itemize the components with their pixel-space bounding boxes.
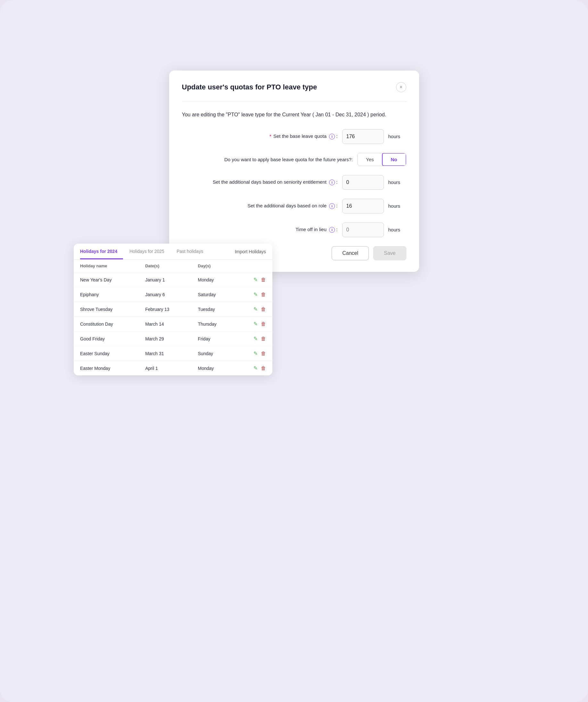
table-row: Good Friday March 29 Friday ✎ 🗑 [74,332,272,346]
col-date: Date(s) [139,260,191,272]
role-days-hours: hours [388,203,406,209]
tab-past-holidays[interactable]: Past holidays [176,244,209,259]
tab-holidays-2024[interactable]: Holidays for 2024 [80,244,123,259]
holiday-name-cell: Shrove Tuesday [74,302,139,317]
save-button[interactable]: Save [373,246,406,260]
holiday-day-cell: Monday [192,361,237,376]
edit-icon[interactable]: ✎ [254,277,258,283]
holidays-tabs: Holidays for 2024 Holidays for 2025 Past… [74,244,272,260]
future-years-row: Do you want to apply base leave quota fo… [182,153,406,166]
table-row: New Year's Day January 1 Monday ✎ 🗑 [74,272,272,287]
col-holiday-name: Holiday name [74,260,139,272]
delete-icon[interactable]: 🗑 [261,321,266,327]
future-years-label: Do you want to apply base leave quota fo… [182,157,353,162]
seniority-info-icon[interactable]: i [329,180,335,185]
table-row: Easter Monday April 1 Monday ✎ 🗑 [74,361,272,376]
seniority-hours: hours [388,180,406,185]
tab-holidays-2025[interactable]: Holidays for 2025 [129,244,170,259]
modal-header: Update user's quotas for PTO leave type … [182,82,406,92]
holidays-table-header-row: Holiday name Date(s) Day(s) [74,260,272,272]
delete-icon[interactable]: 🗑 [261,336,266,342]
holiday-day-cell: Tuesday [192,302,237,317]
holiday-actions-cell: ✎ 🗑 [237,361,272,376]
holiday-date-cell: January 1 [139,272,191,287]
holidays-table-head: Holiday name Date(s) Day(s) [74,260,272,272]
modal-description: You are editing the "PTO" leave type for… [182,111,406,119]
delete-icon[interactable]: 🗑 [261,365,266,371]
role-days-row: Set the additional days based on role i … [182,199,406,214]
holiday-day-cell: Saturday [192,287,237,302]
holidays-table: Holiday name Date(s) Day(s) New Year's D… [74,260,272,375]
time-off-lieu-row: Time off in lieu i : hours [182,222,406,237]
holiday-name-cell: Easter Monday [74,361,139,376]
base-quota-input[interactable] [342,129,384,144]
delete-icon[interactable]: 🗑 [261,277,266,283]
holiday-date-cell: March 29 [139,332,191,346]
holidays-panel: Holidays for 2024 Holidays for 2025 Past… [74,244,272,375]
time-off-lieu-hours: hours [388,227,406,232]
holiday-actions-cell: ✎ 🗑 [237,317,272,332]
holiday-actions-cell: ✎ 🗑 [237,332,272,346]
edit-icon[interactable]: ✎ [254,350,258,356]
modal-title: Update user's quotas for PTO leave type [182,83,317,91]
holiday-date-cell: March 31 [139,346,191,361]
holiday-name-cell: Easter Sunday [74,346,139,361]
holiday-actions-cell: ✎ 🗑 [237,346,272,361]
required-star: * [270,133,271,139]
holidays-table-body: New Year's Day January 1 Monday ✎ 🗑 Epip… [74,272,272,376]
table-row: Shrove Tuesday February 13 Tuesday ✎ 🗑 [74,302,272,317]
holiday-date-cell: April 1 [139,361,191,376]
modal-divider [182,101,406,102]
edit-icon[interactable]: ✎ [254,291,258,298]
edit-icon[interactable]: ✎ [254,365,258,371]
base-quota-info-icon[interactable]: i [329,134,335,139]
holiday-day-cell: Thursday [192,317,237,332]
delete-icon[interactable]: 🗑 [261,307,266,312]
holiday-name-cell: Constitution Day [74,317,139,332]
close-icon: × [400,84,403,90]
update-quota-modal: Update user's quotas for PTO leave type … [169,71,419,272]
holiday-date-cell: February 13 [139,302,191,317]
holiday-day-cell: Friday [192,332,237,346]
holiday-actions-cell: ✎ 🗑 [237,272,272,287]
cancel-button[interactable]: Cancel [332,246,369,260]
holiday-date-cell: March 14 [139,317,191,332]
role-days-input[interactable] [342,199,384,214]
holiday-name-cell: New Year's Day [74,272,139,287]
edit-icon[interactable]: ✎ [254,321,258,327]
role-days-label: Set the additional days based on role i … [182,203,338,209]
time-off-lieu-input[interactable] [342,222,384,237]
time-off-lieu-label: Time off in lieu i : [182,227,338,233]
base-quota-label: * Set the base leave quota i : [182,133,338,139]
edit-icon[interactable]: ✎ [254,336,258,342]
page-container: Update user's quotas for PTO leave type … [0,0,588,702]
future-years-toggle: Yes No [357,153,406,166]
delete-icon[interactable]: 🗑 [261,292,266,298]
import-holidays-button[interactable]: Import Holidays [235,249,266,254]
seniority-input[interactable] [342,175,384,190]
close-button[interactable]: × [396,82,406,92]
table-row: Constitution Day March 14 Thursday ✎ 🗑 [74,317,272,332]
delete-icon[interactable]: 🗑 [261,351,266,356]
holiday-day-cell: Monday [192,272,237,287]
base-quota-row: * Set the base leave quota i : hours [182,129,406,144]
seniority-row: Set the additional days based on seniori… [182,175,406,190]
seniority-label: Set the additional days based on seniori… [182,179,338,185]
table-row: Epiphany January 6 Saturday ✎ 🗑 [74,287,272,302]
holiday-actions-cell: ✎ 🗑 [237,302,272,317]
col-actions [237,260,272,272]
holiday-name-cell: Good Friday [74,332,139,346]
yes-button[interactable]: Yes [357,153,382,166]
time-off-lieu-info-icon[interactable]: i [329,227,335,233]
holiday-actions-cell: ✎ 🗑 [237,287,272,302]
no-button[interactable]: No [382,153,406,166]
holiday-name-cell: Epiphany [74,287,139,302]
holiday-date-cell: January 6 [139,287,191,302]
base-quota-hours: hours [388,134,406,139]
edit-icon[interactable]: ✎ [254,306,258,312]
holiday-day-cell: Sunday [192,346,237,361]
table-row: Easter Sunday March 31 Sunday ✎ 🗑 [74,346,272,361]
role-days-info-icon[interactable]: i [329,203,335,209]
col-day: Day(s) [192,260,237,272]
